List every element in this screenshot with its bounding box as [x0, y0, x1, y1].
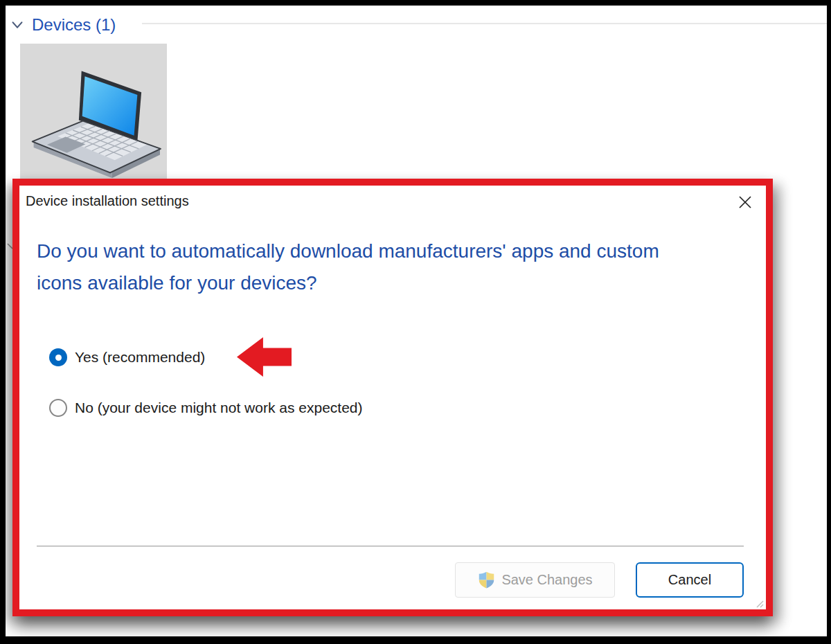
dialog-question-text: Do you want to automatically download ma…	[37, 235, 663, 299]
save-changes-label: Save Changes	[501, 572, 592, 588]
device-installation-settings-dialog: Device installation settings Do you want…	[12, 179, 773, 616]
resize-grip[interactable]	[753, 597, 764, 608]
radio-option-no[interactable]: No (your device might not work as expect…	[49, 396, 363, 420]
button-area-divider	[37, 546, 744, 546]
save-changes-button[interactable]: Save Changes	[455, 562, 615, 598]
section-divider	[142, 23, 827, 24]
devices-section-title[interactable]: Devices (1)	[32, 15, 116, 35]
screen-background: Devices (1)	[6, 6, 827, 636]
device-tile-laptop[interactable]	[20, 44, 167, 184]
laptop-icon	[22, 47, 165, 180]
uac-shield-icon	[477, 571, 496, 589]
chevron-down-icon[interactable]	[10, 17, 25, 33]
close-button[interactable]	[733, 190, 758, 215]
radio-option-yes[interactable]: Yes (recommended)	[49, 346, 205, 369]
radio-yes-label: Yes (recommended)	[75, 349, 205, 366]
radio-selected-icon[interactable]	[49, 348, 67, 366]
radio-unselected-icon[interactable]	[49, 399, 67, 417]
cancel-button[interactable]: Cancel	[636, 562, 744, 598]
red-arrow-annotation	[237, 337, 292, 377]
dialog-title: Device installation settings	[26, 193, 189, 209]
radio-no-label: No (your device might not work as expect…	[75, 400, 363, 416]
cancel-label: Cancel	[668, 572, 711, 588]
close-icon	[737, 194, 753, 211]
devices-section-header[interactable]: Devices (1)	[10, 14, 116, 36]
